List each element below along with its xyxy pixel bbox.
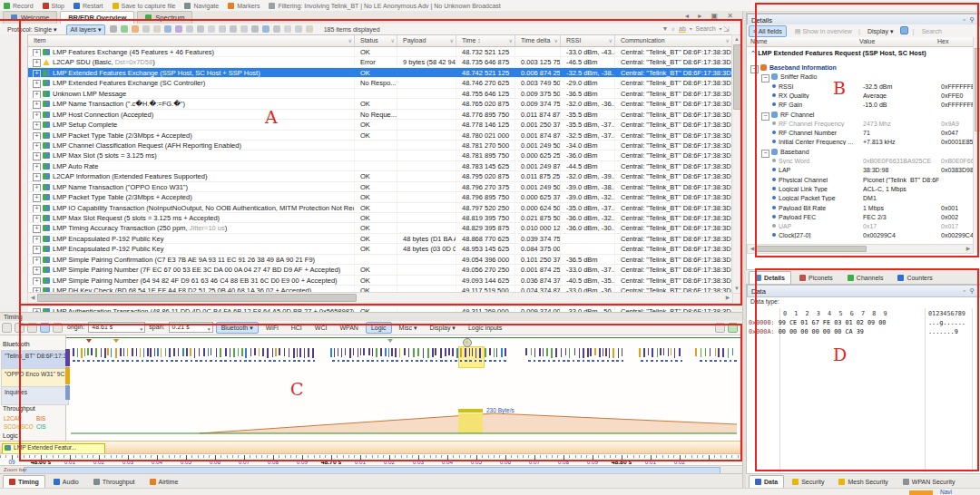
items-search-area[interactable]: ▼ ⌕ ab ▾ Search ▾ ⇲ xyxy=(662,24,730,34)
expand-icon[interactable]: + xyxy=(33,152,41,160)
pan-tool-icon[interactable] xyxy=(15,323,24,333)
marker-tool-icon[interactable] xyxy=(53,323,63,333)
details-row[interactable]: RSSI-32.5 dBm0xFFFFFFE0 xyxy=(750,83,975,92)
pin-pane-icon[interactable]: ⚲ xyxy=(970,287,975,295)
timing-toggle-logic-inputs[interactable]: Logic inputs xyxy=(463,322,507,334)
expand-icon[interactable]: + xyxy=(33,267,41,274)
toolbar-icon[interactable] xyxy=(295,25,302,33)
timing-toggle-wpan[interactable]: WPAN xyxy=(334,322,363,334)
table-row[interactable]: +LMP Simple Pairing Number (7F EC 67 00 … xyxy=(28,265,732,275)
details-row[interactable]: Clock[27-0]0x00299C40x00299C4 xyxy=(750,232,975,241)
column-header-rssi[interactable]: RSSI∨ xyxy=(561,35,615,46)
selected-packet-marker-icon[interactable] xyxy=(463,338,472,347)
toolbar-icon[interactable] xyxy=(208,25,215,33)
timing-toggle-bluetooth[interactable]: Bluetooth ▾ xyxy=(216,322,259,334)
details-horizontal-scrollbar[interactable]: ◀ ▶ xyxy=(747,244,974,254)
details-row[interactable]: UAP0x170x017 xyxy=(750,223,975,232)
timing-ruler[interactable]: 0948.60 s0.010.020.030.040.050.060.070.0… xyxy=(0,453,742,466)
show-in-overview-button[interactable]: ▤ Show in overview xyxy=(791,26,856,36)
table-row[interactable]: +LMP Channel Classification Request (AFH… xyxy=(28,141,732,150)
expand-icon[interactable]: + xyxy=(33,112,41,119)
timing-toggle-display[interactable]: Display ▾ xyxy=(424,322,460,334)
details-tab-channels[interactable]: Channels xyxy=(841,271,890,285)
table-row[interactable]: +LMP Name Transaction (".c�H.�:=FG.�")OK… xyxy=(28,99,732,109)
expand-icon[interactable]: + xyxy=(33,121,41,129)
toolbar-icon[interactable] xyxy=(306,25,313,33)
float-pane-icon[interactable]: ▫ xyxy=(964,287,965,294)
pane-nav-icons[interactable]: ◂ ▸ ▣ ✕ xyxy=(685,12,737,20)
columns-tool-icon[interactable] xyxy=(40,323,50,333)
details-row[interactable]: RF Channel Number710x047 xyxy=(750,130,975,139)
toolbar-icon[interactable] xyxy=(251,25,259,33)
marker-red-icon[interactable] xyxy=(86,339,92,343)
details-row[interactable]: Initial Center Frequency ...+7.813 kHz0x… xyxy=(750,139,975,148)
protocol-selector[interactable]: Protocol: Single ▾ xyxy=(4,25,61,34)
table-row[interactable]: +LMP IO Capability Transaction (NoInputN… xyxy=(28,203,732,213)
tab-throughput[interactable]: Throughput xyxy=(87,475,142,489)
toolbar-icon[interactable] xyxy=(142,25,150,33)
table-row[interactable]: +LMP Max Slot (5 slots = 3.125 ms)48.781… xyxy=(28,150,732,160)
pin-pane-icon[interactable]: ⚲ xyxy=(970,16,975,24)
timing-row-inquiries[interactable]: Inquiries xyxy=(1,386,69,405)
expand-icon[interactable]: + xyxy=(33,91,41,98)
details-row[interactable]: −Baseband xyxy=(750,149,975,158)
expand-icon[interactable]: + xyxy=(33,205,41,212)
timing-toggle-misc[interactable]: Misc ▾ xyxy=(394,322,423,334)
table-row[interactable]: +LMP Packet Type Table (2/3Mbps + Accept… xyxy=(28,131,732,141)
expand-icon[interactable]: + xyxy=(33,257,41,264)
span-input[interactable]: 0.21 s▼ xyxy=(169,322,213,333)
details-tab-counters[interactable]: Counters xyxy=(891,271,938,285)
column-header-item[interactable]: Item∨ xyxy=(28,35,355,46)
toolbar-icon[interactable] xyxy=(186,25,193,33)
table-row[interactable]: +LMP Timing Accuracy Transaction (250 pp… xyxy=(28,223,732,233)
toolbar-icon[interactable] xyxy=(164,25,172,33)
expand-icon[interactable]: + xyxy=(33,101,41,108)
table-row[interactable]: +LMP Extended Features Exchange (SC Cont… xyxy=(28,78,732,88)
toolbar-icon[interactable] xyxy=(284,25,291,33)
details-row[interactable]: RX QualityAverage0xFFE0 xyxy=(750,92,975,102)
toolbar-icon[interactable] xyxy=(219,25,226,33)
toolbar-icon[interactable] xyxy=(153,25,161,33)
table-row[interactable]: +LMP Max Slot Request (5 slots = 3.125 m… xyxy=(28,213,732,223)
float-pane-icon[interactable]: ▫ xyxy=(964,16,965,23)
table-row[interactable]: +LMP Encapsulated P-192 Public KeyOK48 b… xyxy=(28,244,732,254)
tab-timing[interactable]: Timing xyxy=(3,475,45,489)
details-column-hex[interactable]: Hex xyxy=(937,38,948,44)
details-row[interactable]: Payload FECFEC 2/30x002 xyxy=(750,214,975,223)
details-column-name[interactable]: Name xyxy=(750,38,768,44)
details-row[interactable]: −Baseband Information xyxy=(750,64,975,73)
details-row[interactable]: Logical Packet TypeDM1 xyxy=(750,195,975,204)
toolbar-icon[interactable] xyxy=(240,25,248,33)
details-search-box[interactable]: Search xyxy=(918,26,946,36)
table-row[interactable]: +LMP Encapsulated P-192 Public KeyOK48 b… xyxy=(28,234,732,244)
details-row[interactable]: LAP38:3D:980x0383D98 xyxy=(750,167,975,176)
column-header-time[interactable]: Time ↕∨ xyxy=(456,35,515,46)
all-fields-button[interactable]: ≡ All fields xyxy=(749,25,787,37)
details-row[interactable]: RF Channel Frequency2473 Mhz0x9A9 xyxy=(750,121,975,130)
details-row[interactable]: Logical Link TypeACL-C, 1 Mbps xyxy=(750,186,975,195)
details-row[interactable]: −RF Channel xyxy=(750,112,975,121)
table-row[interactable]: +L2CAP Information (Extended Features Su… xyxy=(28,171,732,181)
details-tab-details[interactable]: Details xyxy=(749,271,791,285)
details-row[interactable]: RF Gain-15.0 dB0xFFFFFFF1 xyxy=(750,102,975,111)
marker-gray-icon[interactable] xyxy=(387,339,393,343)
timing-toggle-hci[interactable]: HCI xyxy=(286,322,308,334)
expand-icon[interactable]: + xyxy=(33,215,41,222)
expand-icon[interactable]: + xyxy=(33,225,41,232)
details-row[interactable]: Payload Bit Rate1 Mbps0x001 xyxy=(750,205,975,214)
marker-orange-icon[interactable] xyxy=(113,339,119,343)
column-header-status[interactable]: Status∨ xyxy=(355,35,397,46)
table-row[interactable]: +L2CAP SDU (Basic, Dst=0x7D58)Error9 byt… xyxy=(28,57,732,67)
timing-chart-area[interactable]: Bluetooth "Telink_BT" D8:6F:17:38:3... "… xyxy=(0,335,742,453)
column-header-time-delta[interactable]: Time delta∨ xyxy=(515,35,561,46)
timing-toggle-wci[interactable]: WCI xyxy=(309,322,333,334)
display-dropdown[interactable]: Display ▾ xyxy=(864,26,897,36)
cursor-tool-icon[interactable] xyxy=(2,323,12,333)
dock-tab-mesh-security[interactable]: Mesh Security xyxy=(832,475,894,489)
table-row[interactable]: +Unknown LMP Message48.755 646 1250.009 … xyxy=(28,89,732,99)
expand-icon[interactable]: + xyxy=(33,132,41,140)
column-header-communication[interactable]: Communication∨ xyxy=(615,35,732,46)
dock-tab-wpan-security[interactable]: WPAN Security xyxy=(897,475,962,489)
table-row[interactable]: +LMP Auto Rate48.783 145 6250.001 249 87… xyxy=(28,161,732,171)
dock-tab-security[interactable]: Security xyxy=(786,475,830,489)
